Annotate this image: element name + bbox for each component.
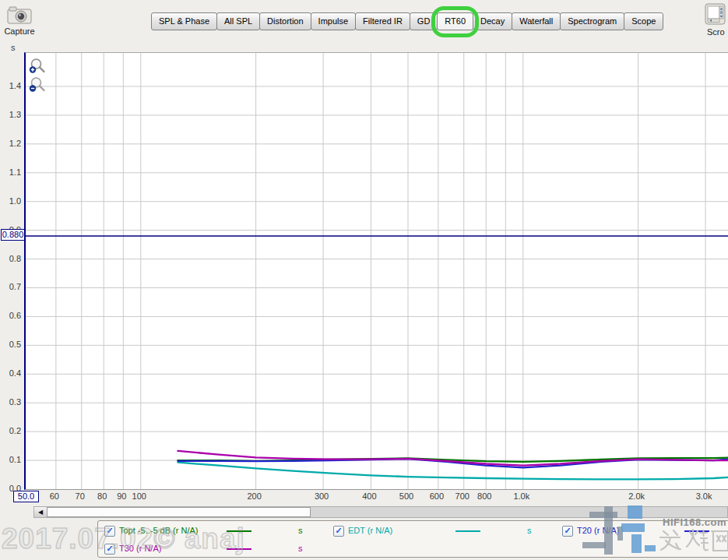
tab-filtered-ir[interactable]: Filtered IR <box>355 12 410 30</box>
tab-decay[interactable]: Decay <box>473 12 512 30</box>
x-tick-label: 2.0k <box>628 491 645 501</box>
series-edt-r-n-a <box>178 463 728 480</box>
gridlines <box>26 53 728 489</box>
scroll-label: Scro <box>707 27 728 37</box>
tab-rt60[interactable]: RT60 <box>437 12 473 30</box>
x-tick-label: 700 <box>455 491 470 501</box>
x-tick-label: 200 <box>247 491 261 501</box>
x-tick-label: 1.0k <box>513 491 529 501</box>
x-tick-label: 600 <box>430 491 444 501</box>
legend-line-swatch <box>684 530 709 532</box>
y-tick-label: 1.1 <box>0 167 21 177</box>
legend-line-swatch <box>227 548 251 550</box>
cursor-y-readout: 0.880 <box>1 229 25 241</box>
rt60-chart <box>26 53 728 489</box>
legend-unit: s <box>527 526 532 535</box>
legend-checkbox-topt-5-5-db-r-n-a[interactable]: ✓ <box>104 526 115 537</box>
capture-label: Capture <box>2 26 37 36</box>
y-tick-label: 0.7 <box>0 282 21 291</box>
legend-label: T20 (r N/A) <box>577 526 619 535</box>
legend-unit: s <box>298 526 303 535</box>
legend-label: Topt -5..-5 dB (r N/A) <box>119 526 198 535</box>
legend-panel: ✓Topt -5..-5 dB (r N/A)s✓EDT (r N/A)s✓T2… <box>97 520 728 558</box>
legend-checkbox-t30-r-n-a[interactable]: ✓ <box>104 544 115 555</box>
x-tick-label: 70 <box>76 491 85 501</box>
legend-label: EDT (r N/A) <box>348 526 392 535</box>
x-tick-label: 90 <box>117 491 126 501</box>
horizontal-scrollbar[interactable]: ◀ <box>33 506 728 518</box>
y-tick-label: 0.2 <box>0 426 21 435</box>
legend-line-swatch <box>227 530 251 532</box>
y-tick-label: 0.8 <box>0 254 21 263</box>
x-tick-label: 60 <box>50 491 59 501</box>
y-tick-label: 0.1 <box>0 455 21 464</box>
scrollbar-thumb[interactable] <box>47 507 311 517</box>
x-tick-label: 80 <box>97 491 107 501</box>
tab-gd[interactable]: GD <box>410 12 438 30</box>
legend-label: T30 (r N/A) <box>119 544 161 553</box>
y-tick-label: 0.3 <box>0 397 21 407</box>
tab-impulse[interactable]: Impulse <box>311 12 357 30</box>
x-tick-label: 500 <box>399 491 413 501</box>
rew-window: Capture SPL & PhaseAll SPLDistortionImpu… <box>0 0 728 560</box>
x-tick-label: 800 <box>477 491 491 501</box>
y-tick-label: 0.5 <box>0 340 21 349</box>
rt60-plot-area[interactable] <box>24 52 728 490</box>
legend-line-swatch <box>455 530 480 532</box>
scroll-window-icon <box>705 18 726 27</box>
graph-tab-bar: SPL & PhaseAll SPLDistortionImpulseFilte… <box>152 12 663 30</box>
zoom-out-button[interactable] <box>29 76 46 93</box>
capture-button[interactable]: Capture <box>2 5 37 36</box>
x-tick-label: 3.0k <box>696 491 712 501</box>
x-tick-label: 100 <box>132 491 146 501</box>
scroll-left-arrow[interactable]: ◀ <box>34 507 47 517</box>
y-tick-label: 1.0 <box>0 196 21 206</box>
y-tick-label: 1.4 <box>0 81 21 90</box>
x-tick-label: 300 <box>315 491 329 501</box>
tab-waterfall[interactable]: Waterfall <box>512 12 561 30</box>
tab-spl-phase[interactable]: SPL & Phase <box>151 12 217 30</box>
camera-icon <box>6 17 33 26</box>
x-tick-label: 400 <box>362 491 376 501</box>
y-tick-label: 1.2 <box>0 139 21 148</box>
y-axis-unit-label: s <box>11 43 16 52</box>
zoom-in-button[interactable] <box>29 58 46 75</box>
scroll-button[interactable]: Scro <box>705 3 728 37</box>
tab-spectrogram[interactable]: Spectrogram <box>560 12 624 30</box>
highlight-annotation-ring <box>431 6 479 37</box>
legend-checkbox-edt-r-n-a[interactable]: ✓ <box>333 526 344 537</box>
legend-checkbox-t20-r-n-a[interactable]: ✓ <box>562 526 573 537</box>
tab-all-spl[interactable]: All SPL <box>216 12 260 30</box>
cursor-x-readout: 50.0 <box>13 491 39 502</box>
y-tick-label: 0.6 <box>0 311 21 320</box>
tab-scope[interactable]: Scope <box>624 12 663 30</box>
legend-unit: s <box>298 544 303 553</box>
tab-distortion[interactable]: Distortion <box>259 12 311 30</box>
y-tick-label: 0.4 <box>0 368 21 378</box>
y-tick-label: 1.3 <box>0 110 21 119</box>
